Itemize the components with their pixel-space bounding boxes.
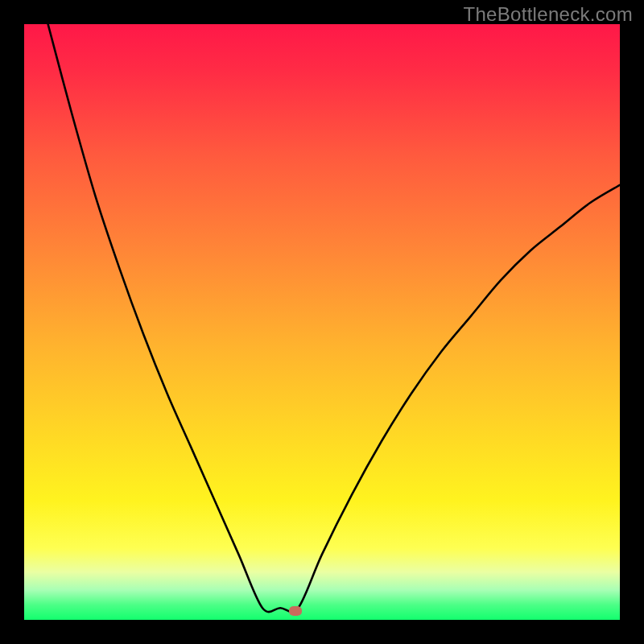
watermark-text: TheBottleneck.com — [463, 3, 633, 26]
plot-area — [24, 24, 620, 620]
chart-frame: TheBottleneck.com — [0, 0, 644, 644]
optimal-point-marker — [289, 606, 302, 616]
bottleneck-curve — [24, 24, 620, 620]
